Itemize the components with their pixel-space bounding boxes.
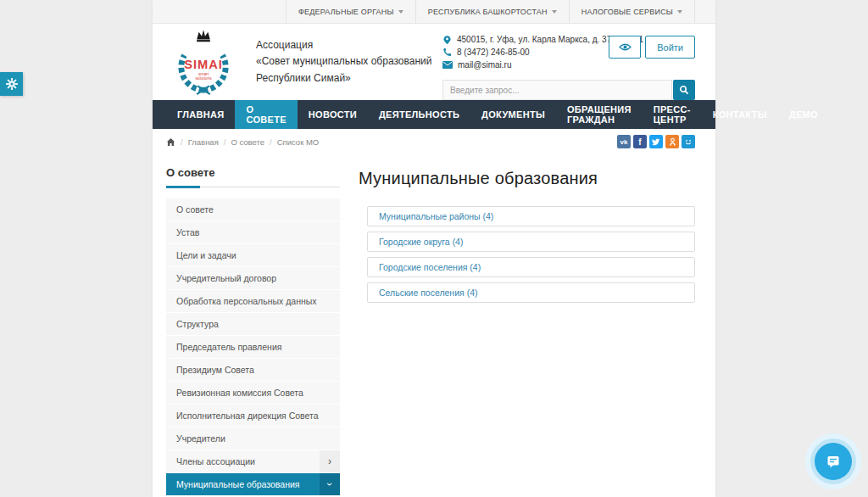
twitter-icon[interactable] [649, 135, 663, 148]
organization-name: Ассоциация «Совет муниципальных образова… [256, 37, 431, 87]
sidebar-menu: О совете Устав Цели и задачи Учредительн… [166, 198, 340, 495]
accordion-rural-settlements[interactable]: Сельские поселения (4) [367, 282, 695, 303]
sidebar-item-personal-data[interactable]: Обработка персональных данных [166, 290, 340, 312]
nav-label: ОБРАЩЕНИЯ ГРАЖДАН [567, 104, 632, 125]
vk-glyph: vk [620, 138, 628, 146]
nav-item-main[interactable]: ГЛАВНАЯ [166, 100, 235, 129]
settings-panel-toggle[interactable] [0, 72, 23, 96]
nav-label: ДОКУМЕНТЫ [481, 109, 545, 120]
home-icon[interactable] [166, 137, 175, 147]
sidebar-item-audit-commission[interactable]: Ревизионная комиссия Совета [166, 382, 340, 404]
org-name-line: Республики Симай» [256, 70, 431, 87]
phone-icon [442, 47, 452, 57]
nav-item-press-center[interactable]: ПРЕСС-ЦЕНТР [643, 100, 702, 129]
nav-label: НОВОСТИ [309, 109, 357, 120]
chevron-down-icon [677, 10, 682, 14]
moi-mir-icon[interactable] [682, 135, 695, 148]
search-bar [442, 80, 695, 100]
search-icon [679, 85, 689, 95]
sidebar-item-label: Учредители [176, 433, 225, 444]
accordion-list: Муниципальные районы (4) Городские округ… [367, 206, 695, 303]
sidebar-item-municipalities[interactable]: Муниципальные образования › [166, 473, 340, 495]
breadcrumb-link-home[interactable]: Главная [188, 137, 219, 147]
chevron-right-icon[interactable]: › [320, 450, 340, 472]
sidebar-item-structure[interactable]: Структура [166, 313, 340, 335]
sidebar-item-label: Муниципальные образования [176, 479, 299, 489]
login-button[interactable]: Войти [645, 36, 695, 59]
accordion-city-okrugs[interactable]: Городские округа (4) [367, 232, 695, 252]
topbar-menu-federal-organs[interactable]: ФЕДЕРАЛЬНЫЕ ОРГАНЫ [286, 0, 415, 23]
sidebar-item-association-members[interactable]: Члены ассоциации › [166, 450, 340, 472]
facebook-icon[interactable]: f [633, 135, 647, 148]
page: ФЕДЕРАЛЬНЫЕ ОРГАНЫ РЕСПУБЛИКА БАШКОРТОСТ… [0, 0, 868, 497]
sidebar-item-label: Структура [176, 319, 219, 329]
page-title: Муниципальные образования [359, 169, 695, 188]
chevron-down-icon[interactable]: › [320, 473, 340, 495]
breadcrumb-current: Список МО [277, 137, 320, 147]
chat-message-icon [826, 454, 841, 469]
vk-icon[interactable]: vk [617, 135, 631, 148]
sidebar-item-label: Цели и задачи [176, 250, 236, 260]
sidebar-item-about[interactable]: О совете [166, 198, 340, 221]
search-button[interactable] [673, 80, 695, 100]
org-name-line: Ассоциация [256, 37, 431, 53]
sidebar-item-label: Учредительный договор [176, 273, 276, 283]
location-pin-icon [442, 35, 452, 45]
sidebar-item-label: Обработка персональных данных [176, 296, 317, 306]
svg-text:smart: smart [198, 72, 209, 76]
sidebar-item-goals[interactable]: Цели и задачи [166, 244, 340, 266]
sidebar-item-label: Члены ассоциации [176, 456, 255, 466]
topbar-menu-label: НАЛОГОВЫЕ СЕРВИСЫ [581, 8, 673, 16]
accordion-municipal-districts[interactable]: Муниципальные районы (4) [367, 206, 695, 226]
smiley-icon [684, 138, 693, 146]
nav-item-news[interactable]: НОВОСТИ [298, 100, 368, 129]
accordion-city-settlements[interactable]: Городские поселения (4) [367, 257, 695, 277]
topbar-menu-republic[interactable]: РЕСПУБЛИКА БАШКОРТОСТАН [415, 0, 569, 23]
sidebar-item-label: О совете [176, 204, 214, 215]
nav-item-citizen-appeals[interactable]: ОБРАЩЕНИЯ ГРАЖДАН [556, 100, 643, 129]
sidebar-item-presidium[interactable]: Президиум Совета [166, 359, 340, 381]
sidebar-item-executive-directorate[interactable]: Исполнительная дирекция Совета [166, 405, 340, 427]
envelope-icon [442, 61, 453, 69]
email-text[interactable]: mail@simai.ru [458, 59, 512, 71]
sidebar-item-label: Президиум Совета [176, 365, 254, 375]
chat-widget [805, 433, 861, 489]
main-area: О совете О совете Устав Цели и задачи Уч… [153, 154, 715, 496]
nav-item-demo[interactable]: ДЕМО [778, 100, 829, 129]
site-header: SIMAI smart solutions Ассоциация «Совет … [153, 24, 715, 100]
main-nav: ГЛАВНАЯ О СОВЕТЕ НОВОСТИ ДЕЯТЕЛЬНОСТЬ ДО… [153, 100, 715, 129]
search-input[interactable] [442, 80, 672, 100]
nav-item-contacts[interactable]: КОНТАКТЫ [702, 100, 778, 129]
breadcrumb-separator: / [270, 137, 272, 147]
nav-item-activity[interactable]: ДЕЯТЕЛЬНОСТЬ [368, 100, 470, 129]
topbar-menu-tax-services[interactable]: НАЛОГОВЫЕ СЕРВИСЫ [569, 0, 695, 23]
sidebar-item-charter[interactable]: Устав [166, 221, 340, 243]
sidebar-item-chairman[interactable]: Председатель правления [166, 336, 340, 358]
chat-button[interactable] [815, 443, 852, 480]
content-column: ФЕДЕРАЛЬНЫЕ ОРГАНЫ РЕСПУБЛИКА БАШКОРТОСТ… [153, 0, 715, 497]
topbar-menu-label: РЕСПУБЛИКА БАШКОРТОСТАН [428, 8, 548, 16]
nav-item-about-council[interactable]: О СОВЕТЕ [235, 100, 297, 129]
sidebar-item-founders[interactable]: Учредители [166, 427, 340, 450]
org-name-line: «Совет муниципальных образований [256, 53, 431, 70]
header-buttons: Войти [609, 36, 695, 59]
accessibility-eye-button[interactable] [609, 36, 641, 59]
svg-text:SIMAI: SIMAI [184, 58, 223, 71]
breadcrumb-bar: / Главная / О совете / Список МО vk f [153, 129, 715, 154]
nav-label: ДЕЯТЕЛЬНОСТЬ [379, 109, 459, 120]
sidebar-item-founding-agreement[interactable]: Учредительный договор [166, 267, 340, 289]
odnoklassniki-icon[interactable] [665, 135, 679, 148]
chevron-down-icon [552, 10, 557, 14]
simai-logo[interactable]: SIMAI smart solutions [166, 26, 241, 98]
nav-label: ПРЕСС-ЦЕНТР [654, 104, 691, 125]
facebook-glyph: f [638, 137, 641, 147]
sidebar-item-label: Председатель правления [176, 342, 281, 352]
sidebar-item-label: Ревизионная комиссия Совета [176, 388, 303, 398]
gear-icon [5, 77, 19, 91]
svg-text:solutions: solutions [195, 77, 212, 81]
nav-label: ГЛАВНАЯ [177, 109, 224, 120]
breadcrumb-link-about[interactable]: О совете [231, 137, 264, 147]
nav-item-documents[interactable]: ДОКУМЕНТЫ [470, 100, 556, 129]
phone-text: 8 (3472) 246-85-00 [457, 46, 530, 59]
breadcrumb-separator: / [224, 137, 226, 147]
